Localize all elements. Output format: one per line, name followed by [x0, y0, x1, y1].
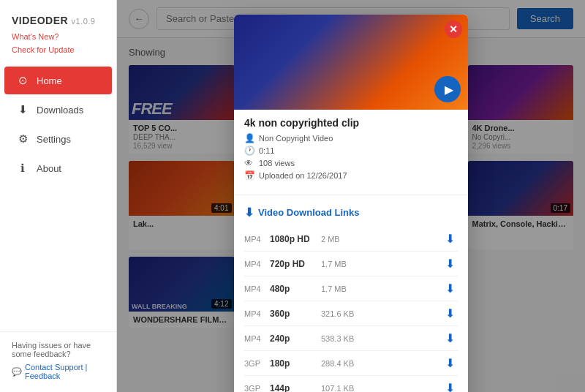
sidebar-item-label: About [37, 163, 61, 174]
dl-format-2: MP4 [244, 284, 270, 293]
sidebar-item-settings[interactable]: ⚙ Settings [4, 125, 112, 153]
dl-size-0: 2 MB [321, 235, 442, 244]
dl-button-3[interactable]: ⬇ [442, 305, 458, 322]
dl-quality-1: 720p HD [270, 259, 321, 269]
modal-title: 4k non copyrighted clip [234, 110, 468, 133]
dl-button-4[interactable]: ⬇ [442, 330, 458, 347]
modal-views-row: 👁 108 views [244, 158, 458, 168]
download-header: ⬇ Video Download Links [244, 206, 458, 219]
sidebar-nav: ⊙ Home ⬇ Downloads ⚙ Settings ℹ About [0, 65, 116, 331]
dl-size-5: 288.4 KB [321, 359, 442, 368]
sidebar: VIDEODER v1.0.9 What's New? Check for Up… [0, 0, 117, 392]
modal-divider [234, 195, 468, 195]
app-logo: VIDEODER v1.0.9 [0, 9, 116, 29]
dl-button-5[interactable]: ⬇ [442, 355, 458, 372]
sidebar-item-downloads[interactable]: ⬇ Downloads [4, 96, 112, 124]
modal-meta: 👤 Non Copyright Video 🕐 0:11 👁 108 views… [234, 133, 468, 190]
modal-play-button[interactable]: ▶ [434, 76, 461, 102]
dl-format-1: MP4 [244, 260, 270, 268]
download-section: ⬇ Video Download Links MP4 1080p HD 2 MB… [234, 200, 468, 392]
dl-quality-5: 180p [270, 358, 321, 369]
sidebar-item-about[interactable]: ℹ About [4, 154, 112, 182]
eye-icon: 👁 [244, 158, 254, 168]
dl-size-3: 321.6 KB [321, 309, 442, 318]
dl-button-6[interactable]: ⬇ [442, 380, 458, 392]
dl-format-3: MP4 [244, 309, 270, 318]
chat-icon: 💬 [12, 367, 22, 377]
download-row-3: MP4 360p 321.6 KB ⬇ [244, 301, 458, 326]
app-update-links: What's New? Check for Update [0, 29, 116, 65]
dl-quality-6: 144p [270, 383, 321, 393]
sidebar-item-home[interactable]: ⊙ Home [4, 67, 112, 94]
play-icon: ▶ [445, 83, 453, 97]
modal-thumbnail: ▶ [234, 15, 468, 110]
download-row-0: MP4 1080p HD 2 MB ⬇ [244, 227, 458, 252]
contact-support-link[interactable]: 💬 Contact Support | Feedback [12, 363, 105, 380]
dl-size-2: 1.7 MB [321, 284, 442, 293]
dl-quality-4: 240p [270, 333, 321, 344]
sidebar-item-label: Settings [37, 134, 71, 145]
download-modal: ✕ ▶ 4k non copyrighted clip 👤 Non Copyri… [234, 15, 468, 392]
downloads-icon: ⬇ [16, 103, 29, 116]
dl-button-0[interactable]: ⬇ [442, 230, 458, 247]
modal-close-button[interactable]: ✕ [445, 20, 462, 38]
dl-format-0: MP4 [244, 235, 270, 244]
dl-size-6: 107.1 KB [321, 384, 442, 393]
settings-icon: ⚙ [16, 132, 29, 146]
dl-quality-2: 480p [270, 284, 321, 294]
channel-icon: 👤 [244, 133, 254, 143]
dl-quality-3: 360p [270, 309, 321, 319]
sidebar-item-label: Home [37, 75, 62, 86]
download-row-1: MP4 720p HD 1.7 MB ⬇ [244, 252, 458, 276]
modal-overlay[interactable]: ✕ ▶ 4k non copyrighted clip 👤 Non Copyri… [117, 0, 585, 392]
dl-format-4: MP4 [244, 334, 270, 343]
dl-format-5: 3GP [244, 359, 270, 368]
dl-button-1[interactable]: ⬇ [442, 255, 458, 272]
check-update-link[interactable]: Check for Update [12, 44, 105, 57]
modal-upload-row: 📅 Uploaded on 12/26/2017 [244, 170, 458, 181]
download-row-2: MP4 480p 1.7 MB ⬇ [244, 276, 458, 301]
whats-new-link[interactable]: What's New? [12, 31, 105, 44]
dl-button-2[interactable]: ⬇ [442, 280, 458, 297]
modal-duration-row: 🕐 0:11 [244, 146, 458, 156]
download-row-4: MP4 240p 538.3 KB ⬇ [244, 326, 458, 351]
home-icon: ⊙ [16, 74, 29, 87]
download-row-6: 3GP 144p 107.1 KB ⬇ [244, 376, 458, 392]
sidebar-item-label: Downloads [37, 105, 83, 116]
sidebar-footer: Having issues or have some feedback? 💬 C… [0, 331, 116, 392]
download-row-5: 3GP 180p 288.4 KB ⬇ [244, 351, 458, 376]
dl-quality-0: 1080p HD [270, 234, 321, 244]
dl-size-4: 538.3 KB [321, 334, 442, 343]
dl-format-6: 3GP [244, 384, 270, 393]
clock-icon: 🕐 [244, 146, 254, 156]
main-content: ← Search Showing FREE TOP 5 CO... DEEP T… [117, 0, 585, 392]
dl-size-1: 1.7 MB [321, 260, 442, 268]
footer-text: Having issues or have some feedback? [12, 341, 105, 358]
download-icon: ⬇ [244, 206, 254, 219]
info-icon: ℹ [16, 162, 29, 175]
modal-channel-row: 👤 Non Copyright Video [244, 133, 458, 143]
calendar-icon: 📅 [244, 170, 254, 181]
